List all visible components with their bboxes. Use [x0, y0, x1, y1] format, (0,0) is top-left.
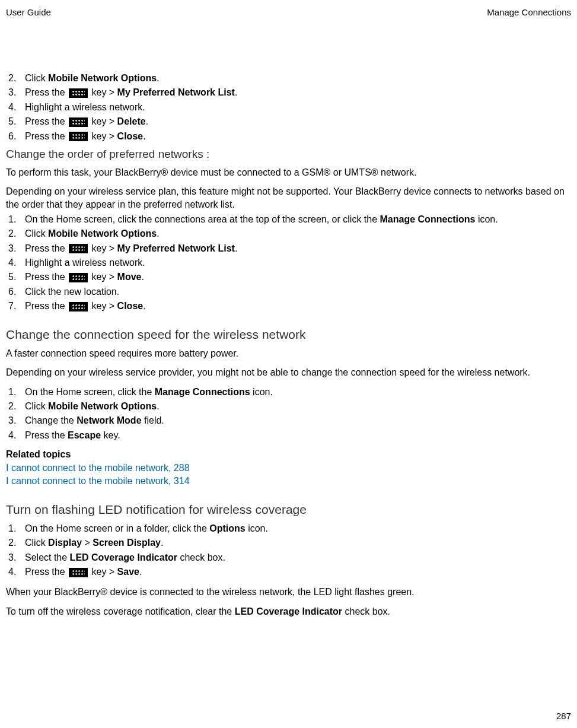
list-number: 7. [8, 300, 25, 313]
list-number: 4. [8, 256, 25, 269]
related-link[interactable]: I cannot connect to the mobile network, … [6, 462, 571, 475]
list-number: 5. [8, 271, 25, 284]
list-item: 1. On the Home screen, click the connect… [6, 213, 571, 226]
list-item: 1. On the Home screen or in a folder, cl… [6, 522, 571, 535]
list-number: 1. [8, 522, 25, 535]
blackberry-key-icon [69, 302, 88, 311]
paragraph: A faster connection speed requires more … [6, 347, 571, 360]
list-item: 5. Press the key > Move. [6, 271, 571, 284]
list-content: Highlight a wireless network. [25, 101, 571, 114]
list-number: 6. [8, 130, 25, 143]
list-number: 4. [8, 101, 25, 114]
blackberry-key-icon [69, 244, 88, 253]
related-topics: Related topics I cannot connect to the m… [6, 448, 571, 488]
section-2-list: 1. On the Home screen, click the connect… [6, 213, 571, 313]
list-number: 5. [8, 115, 25, 128]
list-item: 3. Press the key > My Preferred Network … [6, 86, 571, 99]
list-number: 1. [8, 213, 25, 226]
paragraph: Depending on your wireless service provi… [6, 366, 571, 379]
list-item: 4. Press the key > Save. [6, 565, 571, 578]
list-number: 4. [8, 565, 25, 578]
list-item: 2. Click Mobile Network Options. [6, 400, 571, 413]
heading-connection-speed: Change the connection speed for the wire… [6, 326, 571, 343]
list-content: On the Home screen or in a folder, click… [25, 522, 571, 535]
heading-led-notification: Turn on flashing LED notification for wi… [6, 501, 571, 518]
list-content: Press the key > Save. [25, 565, 571, 578]
list-number: 3. [8, 551, 25, 564]
list-number: 1. [8, 386, 25, 399]
list-content: Click Display > Screen Display. [25, 536, 571, 549]
list-number: 3. [8, 86, 25, 99]
list-number: 4. [8, 429, 25, 442]
list-content: Click Mobile Network Options. [25, 72, 571, 85]
paragraph: When your BlackBerry® device is connecte… [6, 586, 571, 599]
list-number: 6. [8, 285, 25, 298]
blackberry-key-icon [69, 568, 88, 577]
list-content: Change the Network Mode field. [25, 414, 571, 427]
list-item: 7. Press the key > Close. [6, 300, 571, 313]
list-item: 6. Press the key > Close. [6, 130, 571, 143]
header-right: Manage Connections [487, 6, 571, 18]
list-content: Click Mobile Network Options. [25, 227, 571, 240]
list-content: Press the key > Close. [25, 130, 571, 143]
list-number: 2. [8, 227, 25, 240]
list-item: 3. Select the LED Coverage Indicator che… [6, 551, 571, 564]
list-content: Press the key > Move. [25, 271, 571, 284]
list-item: 3. Press the key > My Preferred Network … [6, 242, 571, 255]
list-item: 1. On the Home screen, click the Manage … [6, 386, 571, 399]
list-item: 6. Click the new location. [6, 285, 571, 298]
list-content: Highlight a wireless network. [25, 256, 571, 269]
list-item: 2. Click Mobile Network Options. [6, 72, 571, 85]
blackberry-key-icon [69, 88, 88, 98]
paragraph: To perform this task, your BlackBerry® d… [6, 166, 571, 179]
related-link[interactable]: I cannot connect to the mobile network, … [6, 475, 571, 488]
list-item: 2. Click Mobile Network Options. [6, 227, 571, 240]
list-content: Press the key > Delete. [25, 115, 571, 128]
list-item: 2. Click Display > Screen Display. [6, 536, 571, 549]
section-1-list: 2. Click Mobile Network Options. 3. Pres… [6, 72, 571, 143]
section-4-list: 1. On the Home screen or in a folder, cl… [6, 522, 571, 579]
list-content: Select the LED Coverage Indicator check … [25, 551, 571, 564]
list-item: 4. Highlight a wireless network. [6, 256, 571, 269]
list-number: 2. [8, 536, 25, 549]
blackberry-key-icon [69, 117, 88, 127]
list-content: Press the key > My Preferred Network Lis… [25, 242, 571, 255]
list-content: Click Mobile Network Options. [25, 400, 571, 413]
list-number: 3. [8, 242, 25, 255]
blackberry-key-icon [69, 273, 88, 282]
paragraph: To turn off the wireless coverage notifi… [6, 605, 571, 618]
list-item: 4. Press the Escape key. [6, 429, 571, 442]
blackberry-key-icon [69, 132, 88, 141]
related-topics-label: Related topics [6, 448, 571, 461]
paragraph: Depending on your wireless service plan,… [6, 185, 571, 212]
list-number: 3. [8, 414, 25, 427]
section-3-list: 1. On the Home screen, click the Manage … [6, 386, 571, 443]
page-number: 287 [556, 710, 571, 722]
header-left: User Guide [6, 6, 51, 18]
list-content: On the Home screen, click the Manage Con… [25, 386, 571, 399]
list-item: 4. Highlight a wireless network. [6, 101, 571, 114]
heading-change-order: Change the order of preferred networks : [6, 147, 571, 163]
list-content: Press the key > My Preferred Network Lis… [25, 86, 571, 99]
list-content: Click the new location. [25, 285, 571, 298]
list-content: Press the Escape key. [25, 429, 571, 442]
list-number: 2. [8, 72, 25, 85]
list-content: Press the key > Close. [25, 300, 571, 313]
list-item: 3. Change the Network Mode field. [6, 414, 571, 427]
list-number: 2. [8, 400, 25, 413]
page-header: User Guide Manage Connections [6, 6, 571, 18]
list-content: On the Home screen, click the connection… [25, 213, 571, 226]
list-item: 5. Press the key > Delete. [6, 115, 571, 128]
